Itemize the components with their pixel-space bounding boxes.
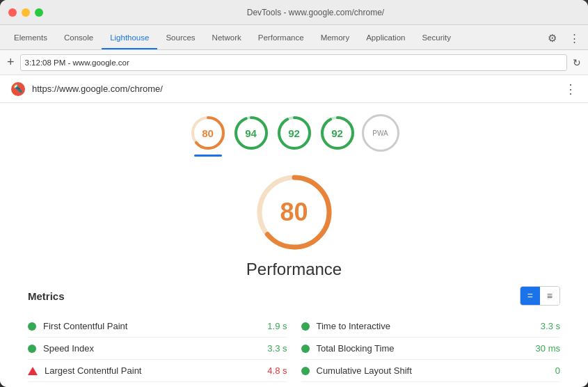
metric-si-value: 3.3 s <box>267 343 287 354</box>
metric-cls: Cumulative Layout Shift 0 <box>301 360 561 382</box>
pwa-circle[interactable]: PWA <box>362 114 399 152</box>
score-circle-1[interactable]: 94 <box>232 114 270 152</box>
minimize-button[interactable] <box>22 8 30 17</box>
metric-tbt-value: 30 ms <box>536 343 560 354</box>
traffic-lights <box>8 8 43 17</box>
score-value-3: 92 <box>331 127 343 139</box>
metrics-section: Metrics = ≡ First Contentful Paint 1.9 s <box>0 286 588 387</box>
big-score-circle: 80 <box>253 171 336 254</box>
score-tab-2[interactable]: 92 <box>276 114 313 157</box>
list-view-button[interactable]: ≡ <box>540 287 559 305</box>
devtools-tabs: Elements Console Lighthouse Sources Netw… <box>0 25 588 50</box>
tab-console[interactable]: Console <box>56 27 102 49</box>
tab-sources[interactable]: Sources <box>157 27 203 49</box>
close-button[interactable] <box>8 8 17 17</box>
window-title: DevTools - www.google.com/chrome/ <box>51 8 580 17</box>
tab-security[interactable]: Security <box>413 27 459 49</box>
tab-performance[interactable]: Performance <box>250 27 312 49</box>
metric-tbt-indicator <box>301 345 310 353</box>
metrics-title: Metrics <box>28 290 65 302</box>
maximize-button[interactable] <box>35 8 43 17</box>
metric-fcp-value: 1.9 s <box>267 321 287 331</box>
metrics-view-buttons: = ≡ <box>520 286 560 306</box>
metric-si-name: Speed Index <box>43 343 262 354</box>
metric-fcp-indicator <box>28 322 36 331</box>
metric-lcp-value: 4.8 s <box>267 365 287 376</box>
score-active-indicator <box>194 155 222 157</box>
metric-tti-value: 3.3 s <box>541 321 560 331</box>
new-tab-button[interactable]: + <box>7 55 15 70</box>
devtools-window: DevTools - www.google.com/chrome/ Elemen… <box>0 0 588 387</box>
score-circle-2[interactable]: 92 <box>276 114 313 152</box>
score-tab-1[interactable]: 94 <box>232 114 270 157</box>
metric-cls-name: Cumulative Layout Shift <box>317 365 550 376</box>
metric-lcp-name: Largest Contentful Paint <box>45 365 262 376</box>
big-score-label: Performance <box>246 260 342 279</box>
settings-icon[interactable]: ⚙ <box>543 30 560 47</box>
score-value-1: 94 <box>245 127 257 139</box>
more-options-icon[interactable]: ⋮ <box>566 30 582 47</box>
tab-application[interactable]: Application <box>358 27 413 49</box>
metric-tti-name: Time to Interactive <box>317 321 535 331</box>
titlebar: DevTools - www.google.com/chrome/ <box>0 0 588 25</box>
metric-si-indicator <box>28 345 36 353</box>
metrics-left: First Contentful Paint 1.9 s Speed Index… <box>28 315 287 382</box>
lighthouse-icon: 🔦 <box>11 82 25 96</box>
big-score-value: 80 <box>280 198 308 227</box>
urlbar: + ↻ <box>0 50 588 75</box>
metric-cls-value: 0 <box>555 365 560 376</box>
score-tabs: 80 94 <box>0 103 588 157</box>
metric-lcp-indicator <box>28 367 38 375</box>
url-input[interactable] <box>20 54 567 71</box>
metric-tbt: Total Blocking Time 30 ms <box>301 338 561 360</box>
page-url: https://www.google.com/chrome/ <box>32 84 163 94</box>
score-tab-0[interactable]: 80 <box>189 114 227 157</box>
tab-memory[interactable]: Memory <box>312 27 358 49</box>
main-content: 80 94 <box>0 103 588 387</box>
grid-view-button[interactable]: = <box>521 287 540 305</box>
refresh-icon[interactable]: ↻ <box>573 57 581 68</box>
metric-si: Speed Index 3.3 s <box>28 338 287 360</box>
page-header-more-icon[interactable]: ⋮ <box>564 81 577 97</box>
tab-network[interactable]: Network <box>204 27 250 49</box>
pwa-label: PWA <box>372 129 388 137</box>
page-header: 🔦 https://www.google.com/chrome/ ⋮ <box>0 75 588 103</box>
score-value-2: 92 <box>288 127 300 139</box>
big-score-section: 80 Performance <box>0 157 588 286</box>
metric-fcp: First Contentful Paint 1.9 s <box>28 315 287 338</box>
metrics-grid: First Contentful Paint 1.9 s Speed Index… <box>28 315 560 382</box>
score-value-0: 80 <box>202 127 214 139</box>
metric-lcp: Largest Contentful Paint 4.8 s <box>28 360 287 382</box>
score-circle-0[interactable]: 80 <box>189 114 227 152</box>
metric-cls-indicator <box>301 367 310 375</box>
tab-icons: ⚙ ⋮ <box>543 30 582 49</box>
score-circle-3[interactable]: 92 <box>319 114 356 152</box>
score-tab-pwa[interactable]: PWA <box>362 114 399 157</box>
tab-elements[interactable]: Elements <box>6 27 56 49</box>
metric-tti-indicator <box>301 322 310 331</box>
metric-tbt-name: Total Blocking Time <box>317 343 530 354</box>
score-tab-3[interactable]: 92 <box>319 114 356 157</box>
tab-lighthouse[interactable]: Lighthouse <box>102 27 157 49</box>
metric-tti: Time to Interactive 3.3 s <box>301 315 561 338</box>
metrics-header: Metrics = ≡ <box>28 286 560 306</box>
metric-fcp-name: First Contentful Paint <box>43 321 262 331</box>
metrics-right: Time to Interactive 3.3 s Total Blocking… <box>301 315 561 382</box>
